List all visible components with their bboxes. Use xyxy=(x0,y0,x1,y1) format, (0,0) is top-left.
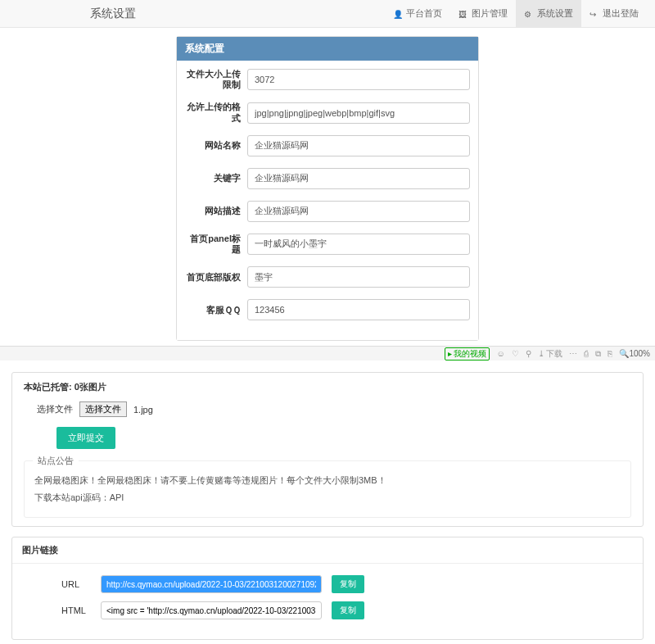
links-header: 图片链接 xyxy=(12,537,643,564)
copy-html-button[interactable]: 复制 xyxy=(332,601,364,619)
input-footer[interactable] xyxy=(247,266,470,288)
notice-line-2: 下载本站api源码：API xyxy=(34,492,621,504)
submit-button[interactable]: 立即提交 xyxy=(56,427,115,449)
label-qq: 客服ＱＱ xyxy=(185,305,241,315)
select-file-label: 选择文件 xyxy=(37,403,73,415)
input-qq[interactable] xyxy=(247,299,470,320)
clipboard-icon[interactable]: ⎘ xyxy=(608,349,612,358)
screenshot-toolbar-top: ▸ 我的视频 ☺ ♡ ⚲ ⤓ 下载 ⋯ ⎙ ⧉ ⎘ 🔍100% xyxy=(0,346,655,361)
navbar: 系统设置 平台首页 图片管理 系统设置 退出登陆 xyxy=(0,0,655,28)
label-formats: 允许上传的格式 xyxy=(185,102,241,123)
zoom-level[interactable]: 🔍100% xyxy=(619,349,650,358)
ellipsis-icon[interactable]: ⋯ xyxy=(569,349,577,358)
label-sitedesc: 网站描述 xyxy=(185,206,241,216)
nav-home[interactable]: 平台首页 xyxy=(385,0,450,28)
notice-box: 站点公告 全网最稳图床！全网最稳图床！请不要上传黄赌毒等违规图片！每个文件大小限… xyxy=(24,460,631,518)
printer-icon[interactable]: ⎙ xyxy=(584,349,589,358)
label-sitename: 网站名称 xyxy=(185,140,241,151)
user-icon xyxy=(393,9,403,19)
chosen-filename: 1.jpg xyxy=(133,405,153,415)
page-title: 系统设置 xyxy=(90,7,136,21)
input-filesize[interactable] xyxy=(247,69,470,90)
nav-settings[interactable]: 系统设置 xyxy=(516,0,581,28)
nav-logout[interactable]: 退出登陆 xyxy=(581,0,647,28)
pin-icon[interactable]: ⚲ xyxy=(526,349,531,358)
notice-title: 站点公告 xyxy=(33,455,79,467)
badge-myvideo[interactable]: ▸ 我的视频 xyxy=(445,347,490,361)
label-keywords: 关键字 xyxy=(185,173,241,184)
input-sitedesc[interactable] xyxy=(247,201,470,222)
logout-icon xyxy=(590,9,599,19)
nav-images[interactable]: 图片管理 xyxy=(450,0,516,28)
copy-icon[interactable]: ⧉ xyxy=(595,349,601,359)
url-label: URL xyxy=(61,579,91,589)
notice-line-1: 全网最稳图床！全网最稳图床！请不要上传黄赌毒等违规图片！每个文件大小限制3MB！ xyxy=(34,474,621,487)
input-paneltitle[interactable] xyxy=(247,234,470,255)
html-input[interactable] xyxy=(101,601,322,619)
copy-url-button[interactable]: 复制 xyxy=(332,575,364,593)
choose-file-button[interactable]: 选择文件 xyxy=(79,401,127,417)
label-paneltitle: 首页panel标题 xyxy=(185,234,241,255)
download-icon[interactable]: ⤓ 下载 xyxy=(538,348,563,360)
hosted-count: 本站已托管: 0张图片 xyxy=(24,381,631,393)
url-input[interactable] xyxy=(101,575,322,593)
shield-icon[interactable]: ♡ xyxy=(512,349,519,358)
smiley-icon[interactable]: ☺ xyxy=(496,349,504,358)
input-keywords[interactable] xyxy=(247,168,470,189)
panel-title: 系统配置 xyxy=(177,37,478,61)
links-card: 图片链接 URL 复制 HTML 复制 xyxy=(11,537,644,640)
input-sitename[interactable] xyxy=(247,135,470,156)
upload-card: 本站已托管: 0张图片 选择文件 选择文件 1.jpg 立即提交 站点公告 全网… xyxy=(11,372,644,527)
image-icon xyxy=(458,9,468,19)
label-footer: 首页底部版权 xyxy=(185,272,241,283)
settings-panel: 系统配置 文件大小上传限制 允许上传的格式 网站名称 关键字 网站描述 首页pa… xyxy=(176,36,479,341)
label-filesize: 文件大小上传限制 xyxy=(185,69,241,90)
html-label: HTML xyxy=(61,605,91,615)
input-formats[interactable] xyxy=(247,102,470,124)
gear-icon xyxy=(524,9,534,19)
